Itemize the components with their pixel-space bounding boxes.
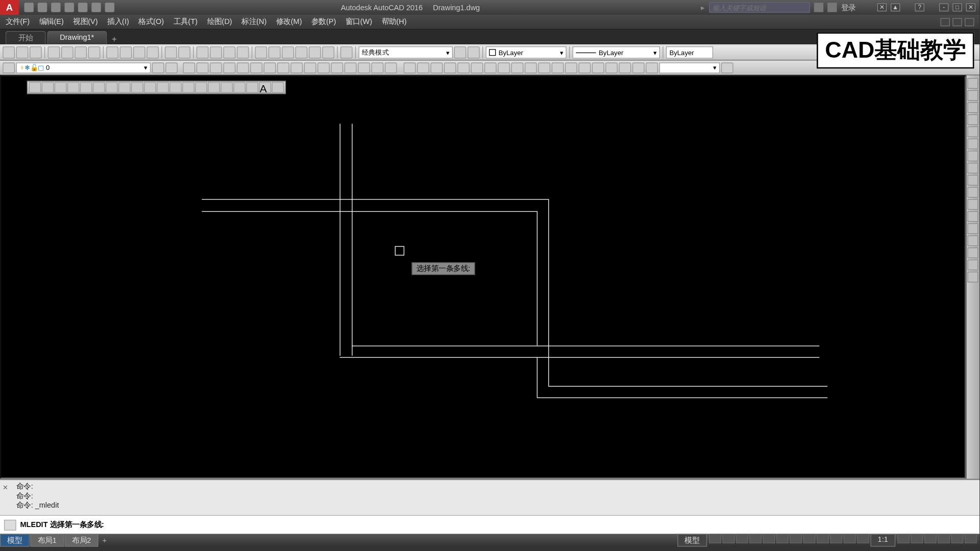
menu-modify[interactable]: 修改(M) — [276, 17, 302, 27]
save-icon[interactable] — [51, 3, 60, 12]
palette-btn-14[interactable] — [967, 235, 978, 246]
revcloud-button[interactable] — [118, 82, 131, 93]
dim-radius-button[interactable] — [457, 62, 470, 73]
mod-move-button[interactable] — [250, 62, 262, 73]
drawing-canvas[interactable]: A — [2, 77, 965, 478]
mod-offset-button[interactable] — [224, 62, 236, 73]
mod-extend-button[interactable] — [317, 62, 330, 73]
addsel-button[interactable] — [272, 82, 284, 93]
dim-break-button[interactable] — [552, 62, 564, 73]
app-logo[interactable]: A — [0, 0, 19, 15]
exchange-icon[interactable] — [814, 3, 823, 12]
redo-button[interactable] — [178, 46, 190, 59]
workspace-combo[interactable]: 经典模式▾ — [358, 46, 453, 59]
mod-mirror-button[interactable] — [210, 62, 222, 73]
palette-btn-5[interactable] — [967, 127, 978, 137]
undo-icon[interactable] — [91, 3, 101, 12]
dimstyle-button[interactable] — [721, 62, 733, 73]
ws-lock-button[interactable] — [468, 46, 480, 59]
hwaccel-icon[interactable] — [965, 534, 977, 543]
dim-space-button[interactable] — [538, 62, 550, 73]
menu-tools[interactable]: 工具(T) — [174, 17, 198, 27]
menu-help[interactable]: 帮助(H) — [382, 17, 407, 27]
region-button[interactable] — [233, 82, 246, 93]
palette-btn-6[interactable] — [967, 139, 978, 149]
mod-stretch-button[interactable] — [290, 62, 303, 73]
menu-parametric[interactable]: 参数(P) — [311, 17, 336, 27]
otrack-toggle[interactable] — [817, 534, 829, 543]
dim-edit-button[interactable] — [619, 62, 631, 73]
palette-btn-1[interactable] — [967, 78, 978, 89]
dim-tolerance-button[interactable] — [565, 62, 577, 73]
print-icon[interactable] — [78, 3, 87, 12]
hatch-button[interactable] — [208, 82, 220, 93]
line-button[interactable] — [29, 82, 41, 93]
rectangle-button[interactable] — [80, 82, 92, 93]
palette-btn-2[interactable] — [967, 90, 978, 101]
login-link[interactable]: 登录 — [841, 3, 856, 13]
user-icon[interactable] — [827, 3, 837, 12]
palette-btn-9[interactable] — [967, 175, 978, 186]
cmd-close-icon[interactable]: ✕ — [3, 483, 8, 492]
palette-btn-15[interactable] — [967, 247, 978, 258]
saveas-icon[interactable] — [65, 3, 74, 12]
snap-toggle[interactable] — [722, 534, 734, 543]
menu-insert[interactable]: 插入(I) — [107, 17, 129, 27]
ws-settings-button[interactable] — [454, 46, 467, 59]
dim-textedit-button[interactable] — [632, 62, 645, 73]
menu-edit[interactable]: 编辑(E) — [39, 17, 64, 27]
insert-button[interactable] — [169, 82, 182, 93]
mod-array-button[interactable] — [237, 62, 249, 73]
restore-button[interactable]: □ — [952, 4, 962, 12]
zoomprev-button[interactable] — [237, 46, 249, 59]
point-button[interactable] — [195, 82, 207, 93]
ellipse-button[interactable] — [144, 82, 156, 93]
menu-window[interactable]: 窗口(W) — [346, 17, 372, 27]
plus-status-icon[interactable] — [911, 534, 923, 543]
color-combo[interactable]: ByLayer▾ — [486, 46, 567, 59]
layout-add-button[interactable]: + — [99, 536, 110, 544]
qcalc-button[interactable] — [322, 46, 334, 59]
dim-diameter-button[interactable] — [471, 62, 483, 73]
palette-btn-16[interactable] — [967, 260, 978, 270]
layout2-tab[interactable]: 布局2 — [65, 534, 99, 546]
grid-toggle[interactable] — [709, 534, 721, 543]
tab-current[interactable]: Drawing1* — [47, 31, 107, 44]
dim-baseline-button[interactable] — [511, 62, 524, 73]
customize-icon[interactable] — [924, 534, 937, 543]
menu-draw[interactable]: 绘图(D) — [207, 17, 232, 27]
palette-btn-11[interactable] — [967, 199, 978, 210]
pan-button[interactable] — [197, 46, 209, 59]
open-icon[interactable] — [38, 3, 47, 12]
layerprev-button[interactable] — [165, 62, 178, 73]
spline-button[interactable] — [131, 82, 143, 93]
dimstyle-combo[interactable]: ▾ — [659, 62, 720, 73]
doc-restore-button[interactable] — [952, 18, 962, 26]
gradient-button[interactable] — [220, 82, 233, 93]
mod-break-button[interactable] — [331, 62, 343, 73]
mtext-button[interactable]: A — [259, 82, 271, 93]
preview-button[interactable] — [61, 46, 74, 59]
doc-minimize-button[interactable] — [941, 18, 950, 26]
palette-btn-3[interactable] — [967, 102, 978, 113]
undo-button[interactable] — [165, 46, 177, 59]
anno-scale[interactable]: 1:1 — [870, 534, 895, 546]
palette-btn-8[interactable] — [967, 163, 978, 173]
doc-close-button[interactable] — [965, 18, 974, 26]
mod-trim-button[interactable] — [304, 62, 316, 73]
osnap-toggle[interactable] — [790, 534, 802, 543]
zoom-button[interactable] — [210, 46, 222, 59]
minimize-button[interactable]: - — [939, 4, 948, 12]
a360-icon[interactable]: ▲ — [891, 4, 900, 12]
menu-dimension[interactable]: 标注(N) — [241, 17, 266, 27]
circle-button[interactable] — [106, 82, 118, 93]
mod-copy-button[interactable] — [197, 62, 209, 73]
mod-scale-button[interactable] — [277, 62, 289, 73]
toolpal-button[interactable] — [282, 46, 294, 59]
model-tab[interactable]: 模型 — [0, 534, 30, 546]
tab-add-button[interactable]: + — [108, 34, 120, 44]
dim-jogged-button[interactable] — [605, 62, 618, 73]
lineweight-combo[interactable]: ByLayer — [666, 46, 713, 59]
palette-btn-10[interactable] — [967, 187, 978, 197]
zoomwin-button[interactable] — [224, 46, 236, 59]
